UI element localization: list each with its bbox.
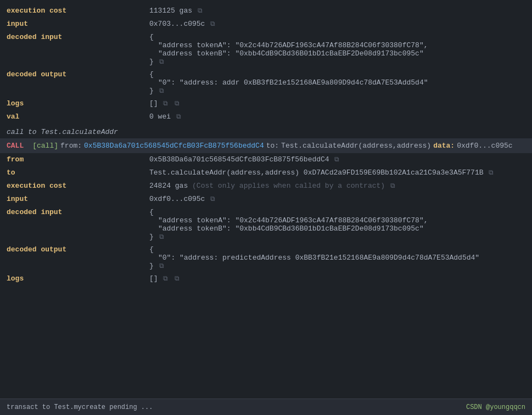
input-value-top: 0x703...c095c ⧉ — [149, 20, 525, 28]
from-label: from — [7, 155, 149, 164]
input-copy-button-top[interactable]: ⧉ — [209, 20, 216, 27]
from-value: 0x5B38Da6a701c568545dCfcB03FcB875f56bedd… — [149, 155, 525, 164]
decoded-output-line1-bottom: "0": "address: predictedAddress 0xBB3fB2… — [158, 254, 525, 262]
call-from-addr: 0x5B38Da6a701c568545dCfcB03FcB875f56bedd… — [84, 142, 264, 150]
decoded-input-line1-bottom: "address tokenA": "0x2c44b726ADF1963cA47… — [158, 216, 525, 225]
call-data-value: 0xdf0...c095c — [457, 142, 512, 150]
decoded-input-line2-bottom: "address tokenB": "0xbb4CdB9CBd36B01bD1c… — [158, 225, 525, 233]
decoded-input-value-top: { "address tokenA": "0x2c44b726ADF1963cA… — [149, 33, 525, 66]
decoded-output-label-top: decoded output — [7, 70, 149, 78]
decoded-output-value-top: { "0": "address: addr 0xBB3fB21e152168AE… — [149, 70, 525, 95]
decoded-output-row-bottom: decoded output { "0": "address: predicte… — [0, 243, 532, 272]
execution-cost-label-bottom: execution cost — [7, 182, 149, 190]
call-tag: CALL — [7, 142, 24, 150]
to-row: to Test.calculateAddr(address,address) 0… — [0, 166, 532, 180]
input-label-top: input — [7, 20, 149, 28]
logs-row-top: logs [] ⧉ ⧉ — [0, 97, 532, 110]
decoded-input-label-bottom: decoded input — [7, 208, 149, 216]
decoded-input-value-bottom: { "address tokenA": "0x2c44b726ADF1963cA… — [149, 208, 525, 241]
execution-cost-copy-button[interactable]: ⧉ — [197, 7, 204, 14]
val-label: val — [7, 113, 149, 121]
val-value: 0 wei ⧉ — [149, 113, 525, 121]
call-type: [call] — [32, 142, 58, 150]
main-container: execution cost 113125 gas ⧉ input 0x703.… — [0, 0, 532, 290]
logs-copy-button1-top[interactable]: ⧉ — [162, 99, 169, 107]
input-value-bottom: 0xdf0...c095c ⧉ — [149, 195, 525, 203]
decoded-input-label-top: decoded input — [7, 33, 149, 41]
decoded-input-line2-top: "address tokenB": "0xbb4CdB9CBd36B01bD1c… — [158, 49, 525, 58]
input-row-bottom: input 0xdf0...c095c ⧉ — [0, 193, 532, 206]
logs-value-top: [] ⧉ ⧉ — [149, 99, 525, 108]
status-bar: transact to Test.mycreate pending ... CS… — [0, 399, 532, 415]
input-copy-button-bottom[interactable]: ⧉ — [209, 195, 216, 203]
val-row: val 0 wei ⧉ — [0, 110, 532, 124]
call-to-method: Test.calculateAddr(address,address) — [281, 142, 431, 150]
logs-label-top: logs — [7, 99, 149, 108]
status-left-text: transact to Test.mycreate pending ... — [7, 403, 153, 411]
logs-row-bottom: logs [] ⧉ ⧉ — [0, 272, 532, 285]
decoded-input-copy-button-top[interactable]: ⧉ — [158, 58, 165, 65]
logs-value-bottom: [] ⧉ ⧉ — [149, 274, 525, 283]
call-label-text: call to Test.calculateAddr — [7, 128, 525, 136]
execution-cost-label: execution cost — [7, 7, 149, 15]
call-data-label: data: — [433, 142, 455, 150]
logs-label-bottom: logs — [7, 274, 149, 283]
decoded-output-copy-button-bottom[interactable]: ⧉ — [158, 262, 165, 270]
call-to-label: to: — [266, 142, 279, 150]
decoded-output-copy-button-top[interactable]: ⧉ — [158, 87, 165, 94]
from-copy-button[interactable]: ⧉ — [333, 155, 340, 163]
call-header: CALL [call] from: 0x5B38Da6a701c568545dC… — [0, 138, 532, 153]
from-row: from 0x5B38Da6a701c568545dCfcB03FcB875f5… — [0, 153, 532, 166]
decoded-input-row-top: decoded input { "address tokenA": "0x2c4… — [0, 31, 532, 68]
execution-cost-value: 113125 gas ⧉ — [149, 7, 525, 15]
decoded-input-row-bottom: decoded input { "address tokenA": "0x2c4… — [0, 206, 532, 243]
input-row-top: input 0x703...c095c ⧉ — [0, 18, 532, 31]
decoded-input-copy-button-bottom[interactable]: ⧉ — [158, 233, 165, 240]
decoded-output-line1-top: "0": "address: addr 0xBB3fB21e152168AE9a… — [158, 78, 525, 87]
logs-copy-button2-bottom[interactable]: ⧉ — [173, 274, 181, 282]
to-label: to — [7, 169, 149, 177]
decoded-output-label-bottom: decoded output — [7, 245, 149, 254]
call-from-label: from: — [60, 142, 82, 150]
logs-copy-button1-bottom[interactable]: ⧉ — [162, 274, 169, 282]
to-copy-button[interactable]: ⧉ — [488, 169, 495, 176]
to-value: Test.calculateAddr(address,address) 0xD7… — [149, 169, 525, 177]
call-label-section: call to Test.calculateAddr — [0, 124, 532, 138]
val-copy-button[interactable]: ⧉ — [175, 113, 182, 120]
execution-cost-copy-button-bottom[interactable]: ⧉ — [389, 182, 396, 189]
execution-cost-row: execution cost 113125 gas ⧉ — [0, 4, 532, 18]
input-label-bottom: input — [7, 195, 149, 203]
decoded-input-line1-top: "address tokenA": "0x2c44b726ADF1963cA47… — [158, 41, 525, 49]
execution-cost-row-bottom: execution cost 24824 gas (Cost only appl… — [0, 180, 532, 193]
decoded-output-value-bottom: { "0": "address: predictedAddress 0xBB3f… — [149, 245, 525, 270]
decoded-output-row-top: decoded output { "0": "address: addr 0xB… — [0, 68, 532, 97]
status-right-text: CSDN @youngqqcn — [466, 403, 525, 411]
execution-cost-value-bottom: 24824 gas (Cost only applies when called… — [149, 182, 525, 190]
logs-copy-button2-top[interactable]: ⧉ — [173, 99, 181, 107]
